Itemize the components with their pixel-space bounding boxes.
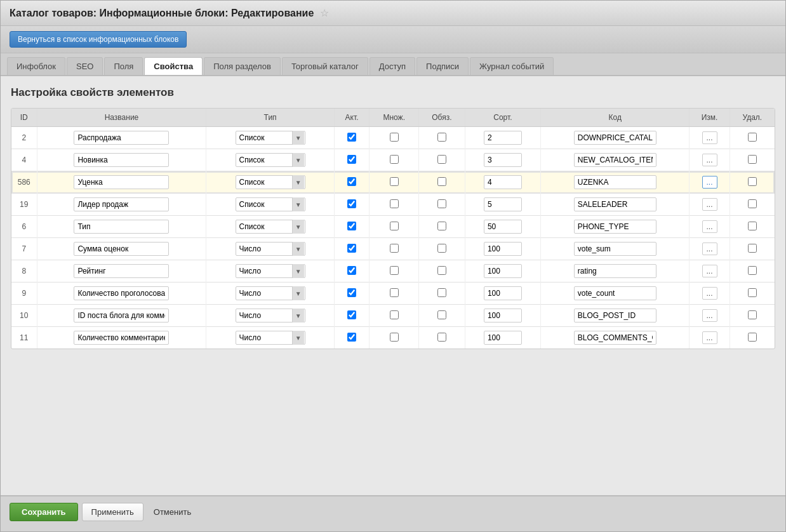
tab-zhurnal[interactable]: Журнал событий	[470, 57, 554, 75]
edit-button[interactable]: ...	[702, 331, 717, 344]
sort-input[interactable]	[484, 175, 522, 189]
required-checkbox[interactable]	[437, 244, 446, 253]
delete-checkbox[interactable]	[748, 199, 757, 208]
edit-button[interactable]: ...	[702, 309, 717, 322]
required-checkbox[interactable]	[437, 310, 446, 319]
delete-checkbox[interactable]	[748, 177, 757, 186]
delete-checkbox[interactable]	[748, 310, 757, 319]
tab-podpisi[interactable]: Подписи	[416, 57, 469, 75]
multiple-checkbox[interactable]	[390, 310, 399, 319]
tab-seo[interactable]: SEO	[67, 57, 103, 75]
edit-button[interactable]: ...	[702, 243, 717, 255]
type-select[interactable]: Число	[236, 286, 305, 300]
code-input[interactable]	[574, 286, 656, 300]
active-checkbox[interactable]	[347, 333, 356, 342]
active-checkbox[interactable]	[347, 155, 356, 164]
delete-checkbox[interactable]	[748, 333, 757, 342]
delete-checkbox[interactable]	[748, 266, 757, 275]
required-checkbox[interactable]	[437, 222, 446, 230]
sort-input[interactable]	[484, 309, 522, 323]
code-input[interactable]	[574, 175, 656, 189]
type-select[interactable]: Список	[236, 197, 305, 211]
type-select[interactable]: Число	[236, 309, 305, 323]
active-checkbox[interactable]	[347, 288, 356, 297]
edit-button[interactable]: ...	[702, 265, 717, 277]
tab-infoblok[interactable]: Инфоблок	[7, 57, 65, 75]
required-checkbox[interactable]	[437, 333, 446, 342]
active-checkbox[interactable]	[347, 310, 356, 319]
sort-input[interactable]	[484, 197, 522, 211]
type-select[interactable]: Список	[236, 175, 305, 189]
type-select[interactable]: Список	[236, 153, 305, 167]
required-checkbox[interactable]	[437, 155, 446, 164]
delete-checkbox[interactable]	[748, 244, 757, 253]
tab-polya[interactable]: Поля	[104, 57, 143, 75]
delete-checkbox[interactable]	[748, 288, 757, 297]
required-checkbox[interactable]	[437, 133, 446, 142]
code-input[interactable]	[574, 331, 656, 345]
type-select[interactable]: Список	[236, 131, 305, 145]
type-select[interactable]: Число	[236, 264, 305, 278]
tab-polya-razdelov[interactable]: Поля разделов	[204, 57, 281, 75]
active-checkbox[interactable]	[347, 222, 356, 230]
edit-button[interactable]: ...	[702, 287, 717, 300]
edit-button[interactable]: ...	[702, 198, 717, 211]
tab-torgoviy-katalog[interactable]: Торговый каталог	[282, 57, 368, 75]
active-checkbox[interactable]	[347, 266, 356, 275]
name-input[interactable]	[74, 197, 169, 211]
multiple-checkbox[interactable]	[390, 244, 399, 253]
tab-svoystva[interactable]: Свойства	[144, 57, 203, 75]
apply-button[interactable]: Применить	[82, 503, 143, 521]
edit-button[interactable]: ...	[702, 131, 717, 144]
type-select[interactable]: Число	[236, 242, 305, 256]
code-input[interactable]	[574, 220, 656, 234]
save-button[interactable]: Сохранить	[10, 503, 78, 521]
back-button[interactable]: Вернуться в список информационных блоков	[10, 31, 187, 48]
required-checkbox[interactable]	[437, 266, 446, 275]
sort-input[interactable]	[484, 153, 522, 167]
tab-dostup[interactable]: Доступ	[370, 57, 415, 75]
name-input[interactable]	[74, 286, 169, 300]
code-input[interactable]	[574, 309, 656, 323]
code-input[interactable]	[574, 242, 656, 256]
active-checkbox[interactable]	[347, 133, 356, 142]
multiple-checkbox[interactable]	[390, 177, 399, 186]
edit-button[interactable]: ...	[702, 176, 717, 189]
name-input[interactable]	[74, 220, 169, 234]
name-input[interactable]	[74, 131, 169, 145]
cancel-button[interactable]: Отменить	[147, 503, 197, 521]
name-input[interactable]	[74, 309, 169, 323]
name-input[interactable]	[74, 242, 169, 256]
sort-input[interactable]	[484, 131, 522, 145]
sort-input[interactable]	[484, 331, 522, 345]
delete-checkbox[interactable]	[748, 133, 757, 142]
active-checkbox[interactable]	[347, 177, 356, 186]
sort-input[interactable]	[484, 242, 522, 256]
type-select[interactable]: Число	[236, 331, 305, 345]
edit-button[interactable]: ...	[702, 220, 717, 233]
delete-checkbox[interactable]	[748, 155, 757, 164]
multiple-checkbox[interactable]	[390, 155, 399, 164]
favorite-icon[interactable]: ☆	[320, 7, 329, 19]
sort-input[interactable]	[484, 264, 522, 278]
name-input[interactable]	[74, 175, 169, 189]
required-checkbox[interactable]	[437, 177, 446, 186]
sort-input[interactable]	[484, 220, 522, 234]
code-input[interactable]	[574, 197, 656, 211]
multiple-checkbox[interactable]	[390, 222, 399, 230]
code-input[interactable]	[574, 153, 656, 167]
multiple-checkbox[interactable]	[390, 288, 399, 297]
multiple-checkbox[interactable]	[390, 333, 399, 342]
sort-input[interactable]	[484, 286, 522, 300]
name-input[interactable]	[74, 264, 169, 278]
active-checkbox[interactable]	[347, 244, 356, 253]
code-input[interactable]	[574, 264, 656, 278]
multiple-checkbox[interactable]	[390, 199, 399, 208]
multiple-checkbox[interactable]	[390, 133, 399, 142]
required-checkbox[interactable]	[437, 199, 446, 208]
name-input[interactable]	[74, 331, 169, 345]
active-checkbox[interactable]	[347, 199, 356, 208]
required-checkbox[interactable]	[437, 288, 446, 297]
code-input[interactable]	[574, 131, 656, 145]
edit-button[interactable]: ...	[702, 154, 717, 166]
